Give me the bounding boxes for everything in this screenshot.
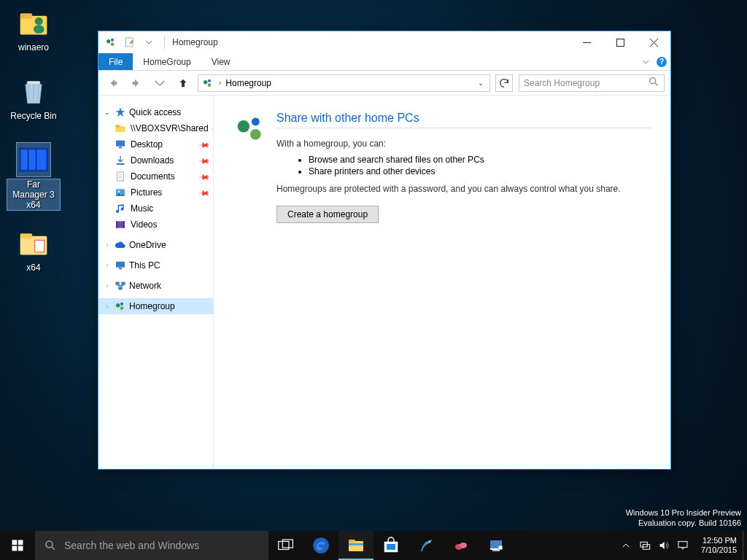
navigation-pane: ⌄ Quick access \\VBOXSVR\Shared📌Desktop📌… [98, 96, 214, 469]
navpane-label: Pictures [131, 187, 162, 198]
svg-rect-43 [12, 540, 18, 545]
navpane-qa-item[interactable]: Downloads📌 [98, 152, 213, 168]
close-button[interactable] [637, 31, 670, 53]
svg-point-37 [116, 303, 120, 307]
svg-rect-49 [282, 540, 293, 548]
music-icon [115, 203, 126, 214]
user-folder-icon [17, 6, 50, 39]
recent-locations-button[interactable] [151, 74, 169, 92]
volume-icon[interactable] [657, 539, 670, 552]
desktop-icon-far-manager[interactable]: Far Manager 3 x64 [7, 143, 60, 210]
tray-overflow-icon[interactable] [619, 539, 632, 552]
navpane-label: Network [129, 281, 161, 291]
content-bullets: Browse and search shared files on other … [309, 155, 651, 176]
up-button[interactable] [174, 74, 192, 92]
content-pane: Share with other home PCs With a homegro… [214, 96, 670, 469]
clock-time: 12:50 PM [701, 536, 737, 545]
file-explorer-window: Homegroup File HomeGroup View ? › Homegr… [98, 31, 671, 470]
svg-rect-35 [121, 282, 125, 285]
task-view-button[interactable] [268, 531, 303, 560]
navpane-qa-item[interactable]: Music [98, 201, 213, 217]
navpane-this-pc[interactable]: › This PC [98, 257, 213, 273]
forward-button[interactable] [128, 74, 145, 92]
address-dropdown-icon[interactable]: ⌄ [475, 79, 487, 87]
tab-homegroup[interactable]: HomeGroup [133, 53, 201, 70]
svg-rect-11 [35, 240, 44, 252]
desktop-icon-x64[interactable]: x64 [7, 226, 60, 273]
svg-rect-10 [20, 233, 32, 238]
minimize-button[interactable] [570, 31, 603, 53]
action-center-icon[interactable] [676, 539, 689, 552]
taskbar-app-3[interactable] [479, 531, 514, 560]
divider [164, 36, 165, 49]
chevron-right-icon: › [103, 282, 112, 289]
navpane-label: Music [131, 203, 153, 214]
taskbar-store[interactable] [374, 531, 409, 560]
svg-rect-22 [115, 125, 120, 127]
svg-point-39 [120, 306, 124, 310]
tab-view[interactable]: View [201, 53, 241, 70]
navpane-qa-item[interactable]: Desktop📌 [98, 136, 213, 152]
svg-point-56 [429, 541, 430, 542]
chevron-down-icon: ⌄ [103, 109, 112, 116]
downloads-icon [115, 155, 126, 166]
svg-rect-7 [29, 149, 36, 170]
taskbar-app-1[interactable] [409, 531, 444, 560]
create-homegroup-button[interactable]: Create a homegroup [276, 206, 379, 223]
maximize-button[interactable] [603, 31, 637, 53]
svg-point-20 [650, 78, 656, 84]
qat-properties-icon[interactable] [122, 34, 138, 50]
taskbar-clock[interactable]: 12:50 PM 7/10/2015 [695, 531, 743, 560]
svg-rect-46 [18, 546, 23, 551]
desktop-icon [115, 139, 126, 150]
refresh-button[interactable] [495, 74, 513, 92]
pictures-icon [115, 187, 126, 198]
navpane-quick-access[interactable]: ⌄ Quick access [98, 104, 213, 120]
tab-file[interactable]: File [98, 53, 133, 70]
start-button[interactable] [0, 531, 35, 560]
svg-point-47 [46, 541, 53, 548]
svg-rect-53 [349, 543, 363, 545]
address-bar[interactable]: › Homegroup ⌄ [198, 74, 490, 92]
navpane-homegroup[interactable]: › Homegroup [98, 298, 213, 314]
navpane-qa-item[interactable]: \\VBOXSVR\Shared📌 [98, 120, 213, 136]
taskbar-search[interactable]: Search the web and Windows [35, 531, 268, 560]
qat-dropdown-icon[interactable] [141, 34, 157, 50]
navpane-label: \\VBOXSVR\Shared [131, 123, 209, 133]
navpane-qa-item[interactable]: Videos [98, 217, 213, 233]
navpane-onedrive[interactable]: › OneDrive [98, 237, 213, 253]
back-button[interactable] [104, 74, 122, 92]
content-title: Share with other home PCs [276, 112, 651, 125]
ribbon-expand-icon[interactable] [638, 53, 653, 70]
svg-rect-30 [116, 221, 117, 228]
clock-date: 7/10/2015 [701, 545, 737, 555]
svg-rect-32 [116, 262, 125, 268]
network-icon[interactable] [638, 539, 651, 552]
help-button[interactable]: ? [653, 53, 670, 70]
navpane-qa-item[interactable]: Pictures📌 [98, 184, 213, 201]
net-folder-icon [115, 122, 126, 134]
taskbar-app-2[interactable] [444, 531, 479, 560]
search-icon [44, 539, 57, 552]
desktop-icon-label: Far Manager 3 x64 [7, 179, 60, 210]
svg-rect-44 [18, 540, 23, 545]
breadcrumb-location[interactable]: Homegroup [225, 78, 271, 88]
network-icon [115, 280, 126, 292]
show-desktop-button[interactable] [743, 531, 747, 560]
desktop-icon-recycle-bin[interactable]: Recycle Bin [7, 74, 60, 121]
svg-rect-24 [119, 147, 122, 148]
title-bar[interactable]: Homegroup [98, 31, 670, 53]
taskbar-file-explorer[interactable] [338, 531, 374, 560]
chevron-right-icon[interactable]: › [219, 79, 221, 87]
help-icon: ? [657, 57, 667, 67]
navpane-network[interactable]: › Network [98, 278, 213, 294]
desktop-icon-winaero[interactable]: winaero [7, 6, 60, 52]
navpane-qa-item[interactable]: Documents📌 [98, 168, 213, 184]
search-placeholder: Search Homegroup [524, 78, 600, 88]
system-tray [614, 531, 695, 560]
windows-watermark: Windows 10 Pro Insider Preview Evaluatio… [626, 508, 741, 528]
svg-point-28 [118, 190, 120, 192]
taskbar-edge[interactable] [303, 531, 338, 560]
search-input[interactable]: Search Homegroup [519, 74, 665, 92]
svg-rect-31 [123, 221, 125, 228]
